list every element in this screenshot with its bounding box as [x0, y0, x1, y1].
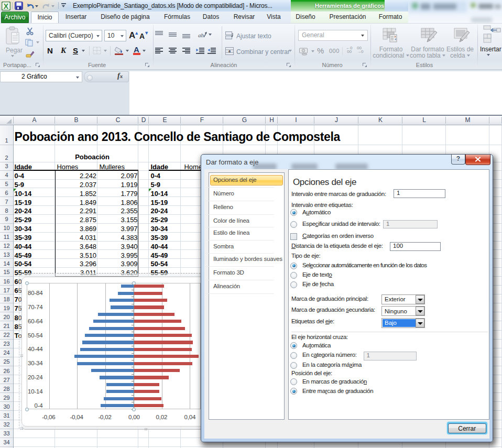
svg-text:ab: ab	[198, 32, 204, 38]
svg-text:X: X	[4, 2, 9, 10]
svg-text:a: a	[228, 49, 231, 53]
